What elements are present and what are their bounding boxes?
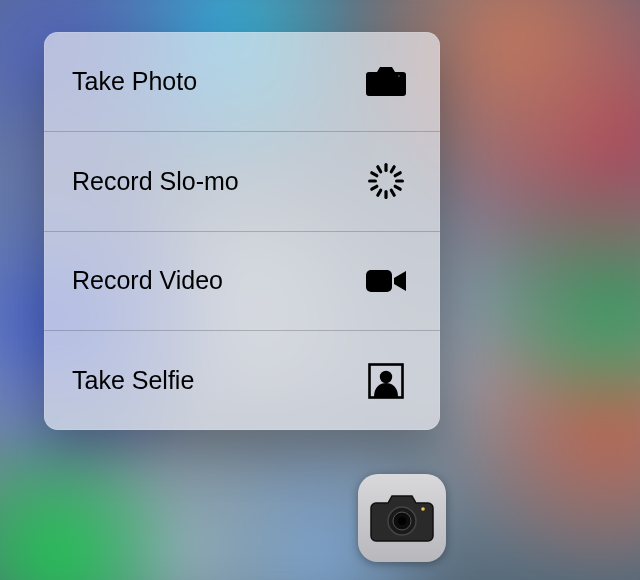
quick-actions-menu: Take Photo Record Slo-mo (44, 32, 440, 430)
svg-point-20 (398, 517, 406, 525)
quick-action-label: Record Slo-mo (72, 167, 239, 196)
camera-app[interactable] (358, 474, 446, 562)
svg-rect-4 (389, 165, 396, 174)
svg-rect-3 (384, 163, 387, 172)
quick-action-take-photo[interactable]: Take Photo (44, 32, 440, 131)
quick-action-label: Take Selfie (72, 366, 194, 395)
quick-action-take-selfie[interactable]: Take Selfie (44, 330, 440, 430)
camera-app-icon (367, 491, 437, 545)
svg-rect-11 (370, 184, 379, 191)
svg-rect-15 (366, 270, 392, 292)
svg-rect-12 (368, 180, 377, 183)
svg-rect-14 (376, 165, 383, 174)
quick-action-record-slomo[interactable]: Record Slo-mo (44, 131, 440, 231)
svg-point-2 (398, 75, 400, 77)
quick-action-record-video[interactable]: Record Video (44, 231, 440, 331)
svg-point-17 (380, 370, 392, 382)
svg-rect-7 (393, 184, 402, 191)
slomo-icon (362, 161, 410, 201)
svg-rect-8 (389, 188, 396, 197)
camera-icon (362, 61, 410, 101)
selfie-icon (362, 361, 410, 401)
svg-point-21 (421, 507, 425, 511)
quick-action-label: Record Video (72, 266, 223, 295)
quick-action-label: Take Photo (72, 67, 197, 96)
svg-rect-10 (376, 188, 383, 197)
svg-rect-13 (370, 171, 379, 178)
svg-rect-6 (395, 180, 404, 183)
svg-rect-5 (393, 171, 402, 178)
video-icon (362, 261, 410, 301)
svg-rect-9 (384, 190, 387, 199)
